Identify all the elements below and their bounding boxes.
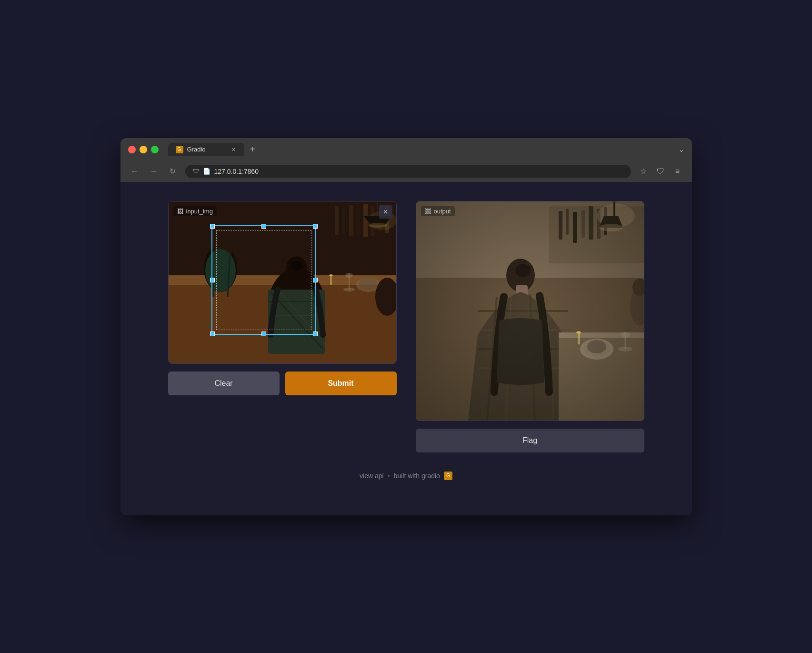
window-close-button[interactable] xyxy=(128,146,136,153)
back-button[interactable]: ← xyxy=(128,165,141,178)
input-image-container: 🖼 input_img × xyxy=(168,201,397,364)
forward-button[interactable]: → xyxy=(147,165,160,178)
footer: view api • built with gradio G xyxy=(360,472,452,480)
footer-separator: • xyxy=(388,472,390,480)
input-image-icon: 🖼 xyxy=(177,208,183,215)
address-input-container[interactable]: 🛡 📄 127.0.0.1:7860 xyxy=(185,165,631,178)
svg-rect-36 xyxy=(169,201,396,363)
window-minimize-button[interactable] xyxy=(140,146,147,153)
gradio-tab-icon: G xyxy=(176,146,183,153)
active-tab[interactable]: G Gradio × xyxy=(168,143,244,156)
security-shield-icon: 🛡 xyxy=(193,168,199,175)
page-icon: 📄 xyxy=(203,168,211,175)
refresh-button[interactable]: ↻ xyxy=(166,165,180,178)
output-image-label: 🖼 output xyxy=(421,206,455,216)
tab-title: Gradio xyxy=(187,146,206,153)
svg-rect-75 xyxy=(416,201,644,421)
browser-titlebar: G Gradio × + ⌄ xyxy=(120,138,692,161)
output-image-container: 🖼 output xyxy=(416,201,644,421)
output-image-area xyxy=(416,201,644,421)
window-maximize-button[interactable] xyxy=(151,146,159,153)
window-controls xyxy=(128,146,159,153)
new-tab-button[interactable]: + xyxy=(248,144,258,155)
view-api-link[interactable]: view api xyxy=(360,472,384,480)
pocket-button[interactable]: 🛡 xyxy=(654,165,667,178)
gradio-app: 🖼 input_img × xyxy=(168,201,644,452)
output-image-icon: 🖼 xyxy=(425,208,431,215)
flag-button[interactable]: Flag xyxy=(416,429,644,452)
input-button-row: Clear Submit xyxy=(168,372,397,395)
input-panel: 🖼 input_img × xyxy=(168,201,397,452)
tab-menu-button[interactable]: ⌄ xyxy=(678,145,684,154)
address-bar: ← → ↻ 🛡 📄 127.0.0.1:7860 ☆ 🛡 ≡ xyxy=(120,161,692,182)
clear-button[interactable]: Clear xyxy=(168,372,280,395)
browser-window: G Gradio × + ⌄ ← → ↻ 🛡 📄 127.0.0.1:7860 … xyxy=(120,138,692,515)
input-image-area[interactable] xyxy=(169,201,396,363)
bookmark-button[interactable]: ☆ xyxy=(637,165,650,178)
built-with-text: built with gradio xyxy=(394,472,440,480)
menu-button[interactable]: ≡ xyxy=(671,165,684,178)
tab-bar: G Gradio × + ⌄ xyxy=(168,143,684,156)
input-image-svg xyxy=(169,201,396,363)
toolbar-right: ☆ 🛡 ≡ xyxy=(637,165,684,178)
output-panel: 🖼 output xyxy=(416,201,644,452)
submit-button[interactable]: Submit xyxy=(285,372,397,395)
url-display: 127.0.0.1:7860 xyxy=(214,168,259,175)
page-content: 🖼 input_img × xyxy=(120,182,692,515)
gradio-footer-logo: G xyxy=(444,472,452,480)
output-image-svg xyxy=(416,201,644,421)
input-image-close-button[interactable]: × xyxy=(379,205,392,219)
input-image-label: 🖼 input_img xyxy=(173,206,217,216)
tab-close-button[interactable]: × xyxy=(231,146,236,153)
